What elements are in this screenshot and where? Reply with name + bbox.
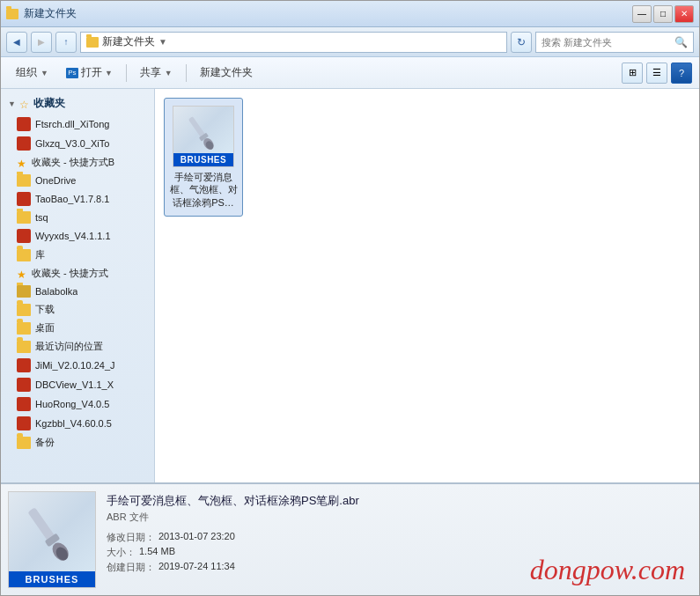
sidebar-item-10[interactable]: 下载	[1, 300, 154, 319]
sidebar-item-2-label: 收藏夹 - 快捷方式B	[32, 156, 114, 169]
sidebar-item-13-label: JiMi_V2.0.10.24_J	[35, 360, 115, 371]
sidebar-item-4-label: TaoBao_V1.7.8.1	[35, 194, 109, 204]
sidebar-item-10-folder-icon	[17, 304, 31, 316]
sidebar-item-3-label: OneDrive	[35, 175, 76, 186]
file-item-0-thumb: BRUSHES	[173, 106, 234, 167]
preview-info: 手绘可爱消息框、气泡框、对话框涂鸦PS笔刷.abr ABR 文件 修改日期： 2…	[107, 491, 519, 590]
sidebar-item-13-icon	[17, 358, 31, 372]
sidebar: ▼ ☆ 收藏夹 Ftsrch.dll_XiTong Glxzq_V3.0_XiT…	[1, 89, 155, 482]
sidebar-item-14-label: DBCView_V1.1_X	[35, 379, 114, 390]
new-folder-label: 新建文件夹	[200, 65, 253, 80]
refresh-button[interactable]: ↻	[511, 32, 532, 53]
open-button[interactable]: Ps 打开 ▼	[58, 61, 121, 85]
new-folder-button[interactable]: 新建文件夹	[192, 61, 261, 85]
preview-thumb-image	[9, 492, 95, 571]
sidebar-item-1[interactable]: Glxzq_V3.0_XiTo	[1, 134, 154, 153]
main-area: ▼ ☆ 收藏夹 Ftsrch.dll_XiTong Glxzq_V3.0_XiT…	[1, 89, 699, 482]
sidebar-item-14[interactable]: DBCView_V1.1_X	[1, 375, 154, 394]
preview-meta-created-value: 2019-07-24 11:34	[158, 561, 235, 574]
sidebar-item-0[interactable]: Ftsrch.dll_XiTong	[1, 114, 154, 134]
sidebar-item-12-label: 最近访问的位置	[35, 340, 103, 353]
watermark-text: dongpow.com	[530, 554, 685, 586]
sidebar-item-6[interactable]: Wyyxds_V4.1.1.1	[1, 226, 154, 246]
sidebar-item-13[interactable]: JiMi_V2.0.10.24_J	[1, 356, 154, 375]
preview-meta-created: 创建日期： 2019-07-24 11:34	[107, 561, 519, 574]
expand-icon: ▼	[8, 99, 16, 108]
window-title: 新建文件夹	[24, 6, 77, 21]
sidebar-item-5-folder-icon	[17, 211, 31, 224]
title-bar-controls: — □ ✕	[632, 5, 694, 23]
sidebar-item-4-icon	[17, 192, 31, 206]
preview-meta-modified-label: 修改日期：	[107, 531, 155, 544]
preview-brush-icon	[17, 500, 87, 563]
sidebar-item-15[interactable]: HuoRong_V4.0.5	[1, 394, 154, 414]
view-details-button[interactable]: ☰	[646, 63, 667, 84]
maximize-button[interactable]: □	[653, 5, 673, 23]
preview-meta-size-label: 大小：	[107, 546, 136, 559]
sidebar-item-4[interactable]: TaoBao_V1.7.8.1	[1, 189, 154, 209]
sidebar-item-6-label: Wyyxds_V4.1.1.1	[35, 231, 111, 241]
minimize-button[interactable]: —	[632, 5, 652, 23]
share-dropdown-icon: ▼	[165, 69, 173, 77]
preview-watermark: dongpow.com	[530, 491, 692, 590]
sidebar-item-8-star: ★	[17, 269, 27, 279]
help-button[interactable]: ?	[671, 63, 692, 84]
sidebar-item-16[interactable]: Kgzbbl_V4.60.0.5	[1, 414, 154, 433]
favorites-star-icon: ☆	[19, 99, 30, 109]
sidebar-item-9-label: Balabolka	[35, 286, 77, 297]
sidebar-item-11[interactable]: 桌面	[1, 319, 154, 337]
brush-icon	[181, 111, 225, 150]
title-bar-left: 新建文件夹	[6, 6, 77, 21]
sidebar-item-11-folder-icon	[17, 322, 31, 335]
open-label: 打开	[81, 65, 102, 80]
open-dropdown-icon: ▼	[105, 69, 113, 77]
ps-icon: Ps	[66, 68, 78, 78]
file-item-0-image	[173, 107, 233, 153]
toolbar-separator-2	[186, 64, 187, 82]
sidebar-item-7[interactable]: 库	[1, 246, 154, 264]
content-pane: BRUSHES 手绘可爱消息框、气泡框、对话框涂鸦PS笔刷.abr	[155, 89, 699, 482]
sidebar-section-favorites[interactable]: ▼ ☆ 收藏夹	[1, 92, 154, 114]
share-button[interactable]: 共享 ▼	[132, 61, 181, 85]
organize-button[interactable]: 组织 ▼	[8, 61, 56, 85]
sidebar-item-8[interactable]: ★ 收藏夹 - 快捷方式	[1, 264, 154, 283]
search-box[interactable]: 🔍	[535, 32, 694, 53]
address-bar: ◀ ▶ ↑ 新建文件夹 ▼ ↻ 🔍	[1, 27, 699, 57]
sidebar-item-2-star: ★	[17, 158, 27, 168]
preview-meta-size: 大小： 1.54 MB	[107, 546, 519, 559]
file-item-0-name: 手绘可爱消息框、气泡框、对话框涂鸦PS笔刷.abr	[168, 171, 239, 209]
forward-button[interactable]: ▶	[31, 32, 52, 53]
sidebar-item-9-folder-icon	[17, 285, 31, 298]
sidebar-item-17[interactable]: 备份	[1, 433, 154, 452]
sidebar-item-17-label: 备份	[35, 436, 55, 449]
preview-filetype: ABR 文件	[107, 511, 519, 524]
sidebar-item-9[interactable]: Balabolka	[1, 283, 154, 300]
sidebar-item-8-label: 收藏夹 - 快捷方式	[32, 267, 108, 280]
organize-dropdown-icon: ▼	[41, 69, 48, 77]
view-change-button[interactable]: ⊞	[622, 63, 643, 84]
preview-panel: BRUSHES 手绘可爱消息框、气泡框、对话框涂鸦PS笔刷.abr ABR 文件…	[1, 482, 699, 596]
sidebar-item-17-folder-icon	[17, 437, 31, 449]
up-button[interactable]: ↑	[55, 32, 77, 53]
file-item-0[interactable]: BRUSHES 手绘可爱消息框、气泡框、对话框涂鸦PS笔刷.abr	[164, 98, 243, 217]
path-folder-icon	[86, 37, 99, 48]
path-arrow: ▼	[158, 37, 167, 47]
sidebar-item-11-label: 桌面	[35, 321, 55, 335]
address-path[interactable]: 新建文件夹 ▼	[80, 32, 507, 53]
sidebar-item-15-label: HuoRong_V4.0.5	[35, 399, 109, 409]
search-input[interactable]	[542, 37, 671, 48]
sidebar-item-3[interactable]: OneDrive	[1, 172, 154, 189]
sidebar-item-7-folder-icon	[17, 249, 31, 261]
close-button[interactable]: ✕	[674, 5, 694, 23]
sidebar-item-12[interactable]: 最近访问的位置	[1, 337, 154, 356]
preview-thumb-label: BRUSHES	[9, 571, 95, 587]
sidebar-item-5[interactable]: tsq	[1, 209, 154, 226]
sidebar-item-16-icon	[17, 416, 31, 430]
file-item-0-thumb-label: BRUSHES	[173, 153, 233, 166]
sidebar-item-2[interactable]: ★ 收藏夹 - 快捷方式B	[1, 153, 154, 172]
sidebar-item-3-folder-icon	[17, 174, 31, 187]
toolbar: 组织 ▼ Ps 打开 ▼ 共享 ▼ 新建文件夹 ⊞ ☰ ?	[1, 57, 699, 89]
sidebar-item-14-icon	[17, 378, 31, 392]
back-button[interactable]: ◀	[6, 32, 27, 53]
share-label: 共享	[140, 65, 161, 80]
